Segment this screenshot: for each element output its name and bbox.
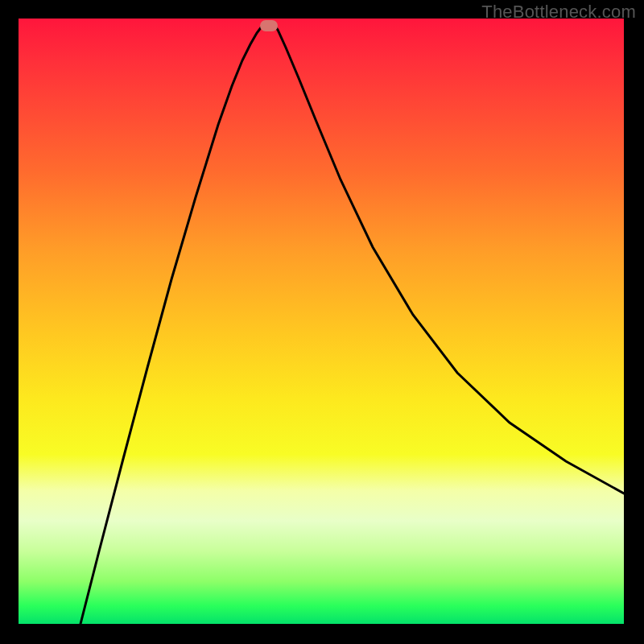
curve-right-branch	[273, 23, 624, 493]
watermark-text: TheBottleneck.com	[481, 2, 636, 23]
curve-left-branch	[80, 23, 265, 624]
optimum-marker	[260, 20, 278, 31]
bottleneck-curve	[19, 19, 624, 624]
chart-area	[19, 19, 624, 624]
